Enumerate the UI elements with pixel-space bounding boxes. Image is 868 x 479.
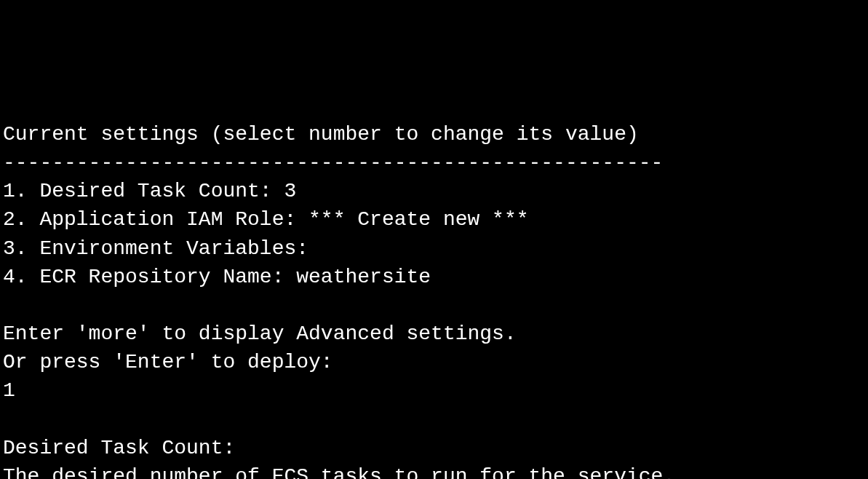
blank-line [3,291,868,320]
settings-header: Current settings (select number to chang… [3,120,868,149]
setting-item-env-vars[interactable]: 3. Environment Variables: [3,234,868,263]
divider: ----------------------------------------… [3,149,868,177]
setting-item-task-count[interactable]: 1. Desired Task Count: 3 [3,177,868,205]
detail-description: The desired number of ECS tasks to run f… [3,462,868,479]
detail-title: Desired Task Count: [3,434,868,462]
setting-item-iam-role[interactable]: 2. Application IAM Role: *** Create new … [3,205,868,234]
setting-item-ecr-repo[interactable]: 4. ECR Repository Name: weathersite [3,263,868,291]
blank-line [3,405,868,434]
deploy-prompt: Or press 'Enter' to deploy: [3,348,868,376]
user-input-1[interactable]: 1 [3,376,868,405]
advanced-prompt: Enter 'more' to display Advanced setting… [3,320,868,348]
